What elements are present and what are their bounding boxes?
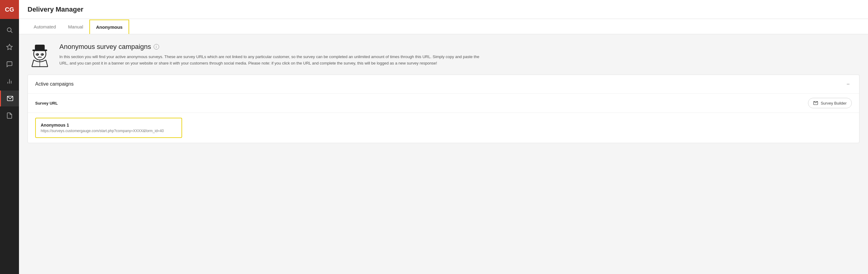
- star-icon: [6, 44, 13, 50]
- tabs-bar: Automated Manual Anonymous: [19, 19, 868, 34]
- campaign-list: Anonymous 1 https://surveys.customergaug…: [28, 113, 859, 143]
- svg-point-13: [42, 54, 42, 55]
- svg-line-14: [32, 60, 34, 67]
- info-tooltip-icon[interactable]: i: [154, 44, 159, 49]
- document-icon: [6, 112, 13, 119]
- sidebar-item-documents[interactable]: [0, 108, 19, 124]
- tab-manual[interactable]: Manual: [62, 20, 89, 34]
- header: Delivery Manager: [19, 0, 868, 19]
- info-section: Anonymous survey campaigns i In this sec…: [28, 43, 860, 67]
- campaign-name: Anonymous 1: [41, 123, 177, 128]
- campaign-url: https://surveys.customergauge.com/start.…: [41, 129, 177, 133]
- svg-rect-9: [35, 45, 45, 50]
- sidebar: CG: [0, 0, 19, 274]
- survey-builder-icon: [813, 101, 818, 105]
- page-title: Delivery Manager: [28, 5, 83, 13]
- chart-icon: [6, 78, 13, 85]
- card-header: Active campaigns −: [28, 75, 859, 94]
- sidebar-item-analytics[interactable]: [0, 73, 19, 89]
- sidebar-item-star[interactable]: [0, 39, 19, 55]
- logo[interactable]: CG: [0, 0, 19, 19]
- sidebar-nav: [0, 19, 19, 124]
- svg-line-1: [11, 31, 12, 33]
- info-title: Anonymous survey campaigns i: [59, 43, 488, 51]
- campaign-item[interactable]: Anonymous 1 https://surveys.customergaug…: [35, 118, 182, 138]
- survey-builder-button[interactable]: Survey Builder: [808, 98, 852, 108]
- search-icon: [6, 27, 13, 33]
- active-campaigns-card: Active campaigns − Survey URL Survey Bui…: [28, 75, 860, 143]
- info-text: Anonymous survey campaigns i In this sec…: [59, 43, 488, 67]
- info-description: In this section you will find your activ…: [59, 54, 488, 67]
- sidebar-item-delivery-manager[interactable]: [0, 91, 19, 106]
- feedback-icon: [6, 61, 13, 68]
- sidebar-item-feedback[interactable]: [0, 56, 19, 72]
- tab-anonymous[interactable]: Anonymous: [89, 20, 129, 34]
- svg-point-12: [37, 54, 38, 55]
- table-header: Survey URL Survey Builder: [28, 94, 859, 113]
- svg-line-15: [46, 60, 48, 67]
- content-area: Anonymous survey campaigns i In this sec…: [19, 34, 868, 274]
- email-icon: [7, 95, 13, 102]
- sidebar-item-search[interactable]: [0, 22, 19, 38]
- collapse-button[interactable]: −: [844, 80, 852, 88]
- svg-marker-2: [7, 44, 12, 49]
- tab-automated[interactable]: Automated: [28, 20, 62, 34]
- spy-icon: [28, 43, 52, 67]
- main-content: Delivery Manager Automated Manual Anonym…: [19, 0, 868, 274]
- svg-point-0: [7, 28, 11, 32]
- card-title: Active campaigns: [35, 81, 73, 87]
- survey-url-column-label: Survey URL: [35, 101, 58, 105]
